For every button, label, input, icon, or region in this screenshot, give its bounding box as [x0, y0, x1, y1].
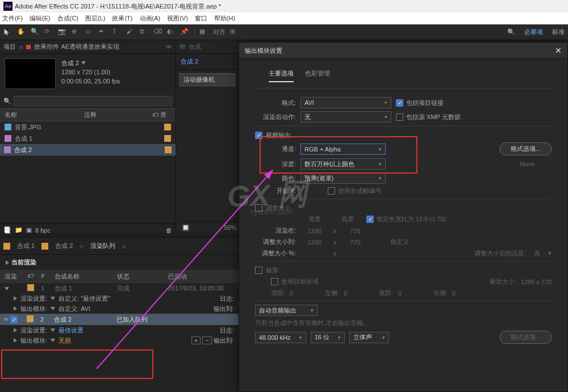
- chevron-down-icon[interactable]: [51, 297, 55, 300]
- render-settings-value[interactable]: 自定义: "最佳设置": [59, 294, 110, 303]
- tab-main-options[interactable]: 主要选项: [269, 69, 294, 82]
- comp-icon[interactable]: 合成: [189, 43, 201, 51]
- stamp-tool-icon[interactable]: ⧉: [140, 28, 149, 37]
- new-folder-icon[interactable]: 📁: [15, 226, 23, 234]
- project-panel: 项目 ≡ 效果控件 AE透明通道效果实现 ≫ 合成 2 1280 x 720 (…: [0, 40, 176, 233]
- workspace-standard[interactable]: 标准: [552, 28, 565, 36]
- zoom-tool-icon[interactable]: 🔍: [31, 28, 40, 37]
- video-output-checkbox[interactable]: ✓: [255, 132, 262, 139]
- bpc-label[interactable]: 8 bpc: [35, 227, 51, 234]
- depth-select[interactable]: 数百万种以上颜色▾: [300, 158, 386, 170]
- color-select[interactable]: 预乘(遮罩)▾: [300, 172, 386, 184]
- effect-controls-tab[interactable]: 效果控件 AE透明通道效果实现: [34, 43, 119, 51]
- resize-checkbox[interactable]: [255, 204, 262, 212]
- menu-layer[interactable]: 图层(L): [85, 14, 105, 23]
- hand-tool-icon[interactable]: ✋: [17, 28, 26, 37]
- roto-tool-icon[interactable]: ◐: [167, 28, 176, 37]
- eraser-tool-icon[interactable]: ⌫: [153, 28, 162, 37]
- active-camera-select[interactable]: 活动摄像机: [179, 73, 235, 86]
- workspace-essential[interactable]: 必要项: [524, 28, 543, 36]
- list-item[interactable]: 背景.JPG: [0, 121, 176, 133]
- rotate-tool-icon[interactable]: ⟳: [44, 28, 53, 37]
- search-icon[interactable]: 🔍: [3, 98, 11, 105]
- menu-edit[interactable]: 编辑(E): [30, 14, 51, 23]
- list-item[interactable]: 合成 2: [0, 144, 176, 155]
- chevron-down-icon[interactable]: [51, 307, 55, 310]
- triangle-icon[interactable]: [4, 318, 9, 322]
- menu-animation[interactable]: 动画(A): [140, 14, 161, 23]
- include-xmp-checkbox[interactable]: [396, 113, 403, 121]
- render-item[interactable]: ✓ 2 合成 2 已加入队列: [0, 314, 239, 325]
- tab-color-management[interactable]: 色彩管理: [305, 69, 330, 82]
- remove-output-icon[interactable]: −: [202, 336, 211, 344]
- render-settings-link[interactable]: 最佳设置: [59, 326, 83, 335]
- menu-effect[interactable]: 效果(T): [112, 14, 132, 23]
- project-search-input[interactable]: [14, 96, 172, 106]
- triangle-icon[interactable]: [6, 260, 9, 265]
- anchor-tool-icon[interactable]: ⊕: [72, 28, 81, 37]
- text-tool-icon[interactable]: T: [112, 28, 122, 37]
- shape-tool-icon[interactable]: ▭: [85, 28, 94, 37]
- menu-composition[interactable]: 合成(C): [57, 14, 78, 23]
- channel-select[interactable]: RGB + Alpha▾: [300, 144, 386, 155]
- project-tab[interactable]: 项目: [3, 43, 16, 51]
- audio-rate-select[interactable]: 48.000 kHz▾: [255, 332, 306, 343]
- puppet-tool-icon[interactable]: 📌: [181, 28, 190, 37]
- post-render-select[interactable]: 无▾: [300, 111, 391, 123]
- list-item[interactable]: 合成 1: [0, 133, 176, 144]
- col-name[interactable]: 名称: [5, 111, 84, 119]
- brush-tool-icon[interactable]: 🖌: [126, 28, 135, 37]
- post-render-label: 渲染后动作:: [255, 113, 296, 121]
- pen-tool-icon[interactable]: ✒: [99, 28, 108, 37]
- output-module-value[interactable]: 自定义: AVI: [59, 305, 90, 313]
- add-output-icon[interactable]: +: [191, 336, 201, 344]
- close-icon[interactable]: ✕: [555, 46, 562, 55]
- render-item[interactable]: 1 合成 1 完成 2017/8/23, 10:05:30: [0, 283, 239, 293]
- audio-output-select[interactable]: 自动音频输出▾: [255, 305, 318, 316]
- output-module-row: 输出模块: 无损 + − 输出到:: [0, 335, 239, 345]
- tab-comp2[interactable]: 合成 2: [51, 240, 77, 252]
- magnify-icon[interactable]: 🔲: [182, 224, 190, 231]
- triangle-icon[interactable]: [14, 328, 17, 332]
- audio-format-options-button[interactable]: 格式选项...: [500, 331, 552, 344]
- selection-tool-icon[interactable]: [3, 28, 12, 37]
- tab-comp1[interactable]: 合成 1: [12, 240, 39, 252]
- chevron-down-icon[interactable]: [51, 339, 55, 342]
- layer-icon[interactable]: ▤: [179, 43, 185, 51]
- interpret-icon[interactable]: 📑: [3, 226, 11, 234]
- app-title: Adobe After Effects CC 2017 - H:\151118-…: [15, 2, 221, 11]
- comp-tab[interactable]: 合成 2: [176, 54, 239, 70]
- label-icon: [165, 146, 172, 153]
- render-checkbox[interactable]: ✓: [10, 316, 18, 323]
- triangle-icon[interactable]: [5, 287, 9, 290]
- include-project-link-checkbox[interactable]: ✓: [396, 99, 403, 107]
- audio-bits-select[interactable]: 16 位▾: [311, 332, 345, 343]
- menu-window[interactable]: 窗口: [195, 14, 207, 23]
- tab-render-queue[interactable]: 渲染队列: [86, 240, 120, 252]
- search-icon[interactable]: 🔍: [507, 28, 515, 36]
- col-type[interactable]: 类: [160, 111, 166, 118]
- menu-help[interactable]: 帮助(H): [214, 14, 235, 23]
- triangle-icon[interactable]: [14, 306, 17, 311]
- triangle-icon[interactable]: [14, 296, 17, 301]
- zoom-value[interactable]: 50%: [224, 224, 236, 231]
- snap-opt-icon[interactable]: ⊞: [230, 28, 239, 37]
- format-options-button[interactable]: 格式选项...: [500, 142, 552, 155]
- output-module-link[interactable]: 无损: [59, 336, 71, 345]
- camera-tool-icon[interactable]: 📷: [58, 28, 67, 37]
- chevron-down-icon[interactable]: [51, 328, 55, 332]
- audio-channels-select[interactable]: 立体声▾: [349, 332, 389, 343]
- menu-view[interactable]: 视图(V): [167, 14, 188, 23]
- snap-icon[interactable]: ▦: [199, 28, 208, 37]
- crop-checkbox[interactable]: [255, 267, 262, 274]
- format-select[interactable]: AVI▾: [300, 97, 391, 108]
- color-label: 颜色:: [255, 174, 296, 183]
- chevron-down-icon[interactable]: [81, 61, 86, 65]
- col-comment[interactable]: 注释: [84, 111, 152, 119]
- triangle-icon[interactable]: [14, 338, 17, 343]
- label-icon: [27, 284, 34, 291]
- new-comp-icon[interactable]: ▣: [26, 226, 32, 234]
- menu-file[interactable]: 文件(F): [2, 14, 23, 23]
- trash-icon[interactable]: 🗑: [166, 227, 172, 234]
- render-queue-header: 渲染 🏷 # 合成名称 状态 已启动: [0, 270, 239, 283]
